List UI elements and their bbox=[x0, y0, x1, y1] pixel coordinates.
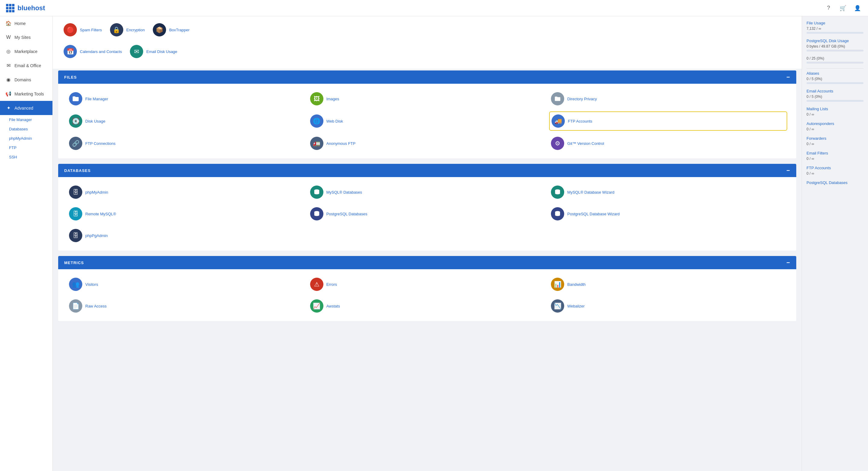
disk-usage-label[interactable]: Disk Usage bbox=[85, 119, 105, 124]
mysql-databases-label[interactable]: MySQL® Databases bbox=[327, 190, 362, 195]
item-errors[interactable]: ⚠ Errors bbox=[308, 275, 547, 293]
item-mysql-databases[interactable]: MySQL® Databases bbox=[308, 183, 547, 201]
rs-divider-1 bbox=[807, 68, 864, 69]
sidebar: 🏠 Home W My Sites ◎ Marketplace ✉ Email … bbox=[0, 16, 53, 471]
mysql-database-wizard-icon bbox=[551, 186, 564, 199]
rs-mailing-lists: Mailing Lists 0 / ∞ bbox=[807, 107, 864, 116]
item-raw-access[interactable]: 📄 Raw Access bbox=[67, 297, 305, 315]
web-disk-icon: 🌐 bbox=[310, 114, 323, 128]
phppgadmin-label[interactable]: phpPgAdmin bbox=[85, 233, 107, 238]
item-visitors[interactable]: 👥 Visitors bbox=[67, 275, 305, 293]
databases-collapse-btn[interactable]: − bbox=[786, 167, 790, 173]
sidebar-item-my-sites[interactable]: W My Sites bbox=[0, 30, 53, 44]
topnav: bluehost ? 🛒 👤 bbox=[0, 0, 868, 16]
encryption-label[interactable]: Encryption bbox=[126, 28, 145, 32]
item-directory-privacy[interactable]: Directory Privacy bbox=[549, 90, 787, 108]
item-phppgadmin[interactable]: 🗄 phpPgAdmin bbox=[67, 227, 305, 244]
postgresql-database-wizard-icon bbox=[551, 207, 564, 221]
errors-label[interactable]: Errors bbox=[327, 282, 337, 287]
sidebar-item-home[interactable]: 🏠 Home bbox=[0, 16, 53, 30]
postgresql-database-wizard-label[interactable]: PostgreSQL Database Wizard bbox=[567, 212, 620, 216]
rs-mailing-lists-label: Mailing Lists bbox=[807, 107, 864, 111]
item-web-disk[interactable]: 🌐 Web Disk bbox=[308, 111, 547, 131]
directory-privacy-label[interactable]: Directory Privacy bbox=[567, 97, 597, 101]
help-button[interactable]: ? bbox=[824, 4, 833, 13]
sidebar-sub-ftp[interactable]: FTP bbox=[0, 143, 53, 153]
item-postgresql-database-wizard[interactable]: PostgreSQL Database Wizard bbox=[549, 205, 787, 223]
rs-aliases-label: Aliases bbox=[807, 71, 864, 76]
item-postgresql-databases[interactable]: PostgreSQL Databases bbox=[308, 205, 547, 223]
metrics-items-grid: 👥 Visitors ⚠ Errors 📊 Bandwidth 📄 Raw Ac… bbox=[67, 275, 787, 315]
git-version-control-icon: ⚙ bbox=[551, 137, 564, 150]
sidebar-item-marketplace[interactable]: ◎ Marketplace bbox=[0, 44, 53, 59]
metrics-collapse-btn[interactable]: − bbox=[786, 260, 790, 266]
web-disk-label[interactable]: Web Disk bbox=[327, 119, 343, 124]
calendars-contacts-icon: 📅 bbox=[64, 45, 77, 58]
mysql-database-wizard-label[interactable]: MySQL® Database Wizard bbox=[567, 190, 614, 195]
webalizer-label[interactable]: Webalizer bbox=[567, 304, 585, 308]
sidebar-label-marketplace: Marketplace bbox=[14, 49, 37, 54]
remote-mysql-icon: 🗄 bbox=[69, 207, 82, 221]
item-images[interactable]: 🖼 Images bbox=[308, 90, 547, 108]
calendars-contacts-label[interactable]: Calendars and Contacts bbox=[80, 49, 122, 54]
sidebar-sub-phpmyadmin[interactable]: phpMyAdmin bbox=[0, 134, 53, 143]
sidebar-sub-file-manager[interactable]: File Manager bbox=[0, 115, 53, 124]
sidebar-item-advanced[interactable]: ✦ Advanced bbox=[0, 101, 53, 115]
item-encryption[interactable]: 🔒 Encryption bbox=[108, 21, 147, 39]
rs-ftp-accounts-stat-value: 0 / ∞ bbox=[807, 171, 864, 175]
raw-access-label[interactable]: Raw Access bbox=[85, 304, 107, 308]
sidebar-sub-ssh[interactable]: SSH bbox=[0, 153, 53, 162]
visitors-label[interactable]: Visitors bbox=[85, 282, 98, 287]
sidebar-sub-databases[interactable]: Databases bbox=[0, 124, 53, 134]
item-mysql-database-wizard[interactable]: MySQL® Database Wizard bbox=[549, 183, 787, 201]
remote-mysql-label[interactable]: Remote MySQL® bbox=[85, 212, 116, 216]
item-awstats[interactable]: 📈 Awstats bbox=[308, 297, 547, 315]
sidebar-sub-menu: File Manager Databases phpMyAdmin FTP SS… bbox=[0, 115, 53, 162]
anonymous-ftp-label[interactable]: Anonymous FTP bbox=[327, 141, 355, 146]
databases-section-body: 🗄 phpMyAdmin MySQL® Databases MySQL bbox=[58, 177, 796, 250]
images-label[interactable]: Images bbox=[327, 97, 339, 101]
item-calendars-contacts[interactable]: 📅 Calendars and Contacts bbox=[62, 42, 124, 61]
sidebar-item-marketing-tools[interactable]: 📢 Marketing Tools bbox=[0, 87, 53, 101]
file-manager-label[interactable]: File Manager bbox=[85, 97, 108, 101]
sidebar-item-domains[interactable]: ◉ Domains bbox=[0, 73, 53, 87]
rs-email-filters: Email Filters 0 / ∞ bbox=[807, 151, 864, 161]
phpmyadmin-label[interactable]: phpMyAdmin bbox=[85, 190, 108, 195]
item-git-version-control[interactable]: ⚙ Git™ Version Control bbox=[549, 134, 787, 153]
item-bandwidth[interactable]: 📊 Bandwidth bbox=[549, 275, 787, 293]
item-spam-filters[interactable]: 🔴 Spam Filters bbox=[62, 21, 104, 39]
files-section-body: File Manager 🖼 Images Directory Privacy … bbox=[58, 84, 796, 159]
sidebar-label-advanced: Advanced bbox=[14, 106, 33, 110]
spam-filters-icon: 🔴 bbox=[64, 23, 77, 36]
disk-usage-icon: 💽 bbox=[69, 114, 82, 128]
item-ftp-connections[interactable]: 🔗 FTP Connections bbox=[67, 134, 305, 153]
topnav-icons: ? 🛒 👤 bbox=[824, 4, 862, 13]
rs-autoresponders-label: Autoresponders bbox=[807, 121, 864, 126]
item-phpmyadmin[interactable]: 🗄 phpMyAdmin bbox=[67, 183, 305, 201]
git-version-control-label[interactable]: Git™ Version Control bbox=[567, 141, 604, 146]
rs-ftp-accounts-stat-label: FTP Accounts bbox=[807, 166, 864, 170]
item-webalizer[interactable]: 📉 Webalizer bbox=[549, 297, 787, 315]
item-disk-usage[interactable]: 💽 Disk Usage bbox=[67, 111, 305, 131]
item-email-disk-usage[interactable]: ✉ Email Disk Usage bbox=[128, 42, 179, 61]
item-ftp-accounts[interactable]: 🚚 FTP Accounts bbox=[549, 111, 787, 131]
spam-filters-label[interactable]: Spam Filters bbox=[80, 28, 102, 32]
boxtrapper-label[interactable]: BoxTrapper bbox=[169, 28, 189, 32]
sidebar-item-email-office[interactable]: ✉ Email & Office bbox=[0, 59, 53, 73]
email-disk-usage-label[interactable]: Email Disk Usage bbox=[146, 49, 177, 54]
awstats-label[interactable]: Awstats bbox=[327, 304, 340, 308]
postgresql-databases-label[interactable]: PostgreSQL Databases bbox=[327, 212, 367, 216]
rs-blank1-bar-bg bbox=[807, 62, 864, 64]
rs-postgresql-disk-usage-bar-bg bbox=[807, 50, 864, 52]
cart-button[interactable]: 🛒 bbox=[838, 4, 847, 13]
files-collapse-btn[interactable]: − bbox=[786, 74, 790, 80]
user-button[interactable]: 👤 bbox=[853, 4, 862, 13]
ftp-accounts-label[interactable]: FTP Accounts bbox=[568, 119, 592, 124]
item-anonymous-ftp[interactable]: 🚛 Anonymous FTP bbox=[308, 134, 547, 153]
item-boxtrapper[interactable]: 📦 BoxTrapper bbox=[151, 21, 191, 39]
bandwidth-label[interactable]: Bandwidth bbox=[567, 282, 586, 287]
ftp-connections-label[interactable]: FTP Connections bbox=[85, 141, 116, 146]
mysql-databases-icon bbox=[310, 186, 323, 199]
item-remote-mysql[interactable]: 🗄 Remote MySQL® bbox=[67, 205, 305, 223]
item-file-manager[interactable]: File Manager bbox=[67, 90, 305, 108]
